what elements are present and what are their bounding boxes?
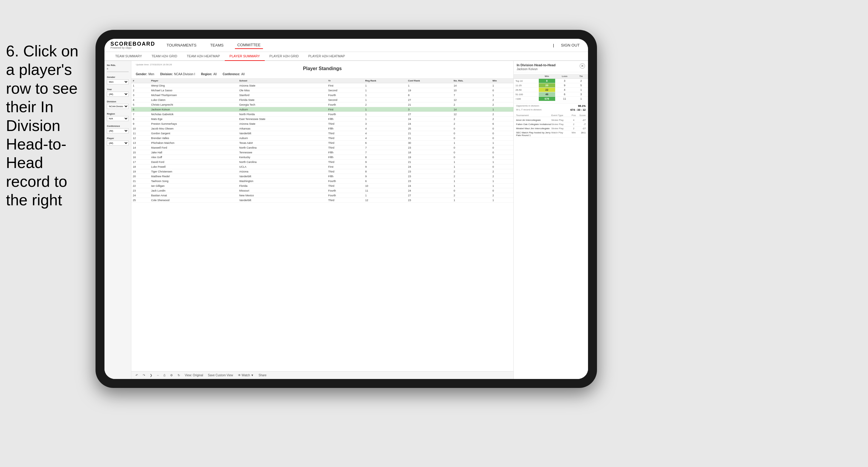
refresh-button[interactable]: ↻ <box>177 373 181 377</box>
table-row[interactable]: 4 Luke Claton Florida State Second 1 27 … <box>131 98 514 102</box>
sidebar-region-select[interactable]: N/A <box>107 116 129 121</box>
sidebar-player-select[interactable]: (All) <box>107 141 129 146</box>
table-row[interactable]: 20 Matthew Riedel Vanderbilt Fifth 9 23 … <box>131 174 514 179</box>
cell-school: Auburn <box>238 136 327 141</box>
sub-nav-player-h2h-heatmap[interactable]: PLAYER H2H HEATMAP <box>304 52 350 61</box>
h2h-stats: Opponents in division: 98.1% W-L-T recor… <box>514 103 588 114</box>
sidebar-gender: Gender Men <box>107 76 129 85</box>
cell-school: Arizona <box>238 169 327 174</box>
cell-rank: 6 <box>131 107 150 112</box>
cell-player: Michael La Sasso <box>150 88 238 93</box>
table-row[interactable]: 22 Ian Gilligan Florida Third 10 24 1 1 <box>131 184 514 188</box>
table-row[interactable]: 10 Jacob Mou Olesen Arkansas Fifth 4 25 … <box>131 126 514 131</box>
table-row[interactable]: 2 Michael La Sasso Ole Miss Second 1 19 … <box>131 88 514 93</box>
copy-button[interactable]: ⎓ <box>156 373 160 377</box>
save-custom-button[interactable]: Save Custom View <box>207 373 234 377</box>
h2h-range-label: 11-25 <box>514 83 539 88</box>
table-row[interactable]: 25 Cole Sherwood Vanderbilt Third 12 23 … <box>131 198 514 203</box>
table-row[interactable]: 7 Nicholas Gabrelcik North Florida Fourt… <box>131 112 514 117</box>
rounds-slider[interactable] <box>107 71 129 72</box>
filter-region: Region: All <box>201 72 217 76</box>
cell-win: 1 <box>491 93 514 98</box>
table-row[interactable]: 3 Michael Thorbjornsen Stanford Fourth 1… <box>131 93 514 98</box>
watch-button[interactable]: 👁 Watch ▼ <box>237 373 255 377</box>
cell-conf-rank: 23 <box>407 145 452 150</box>
sign-out-button[interactable]: Sign out <box>558 42 582 49</box>
cell-player: Ian Gilligan <box>150 184 238 188</box>
sidebar-conference-select[interactable]: (All) <box>107 128 129 133</box>
table-row[interactable]: 12 Brendan Valles Auburn Third 4 21 0 0 <box>131 136 514 141</box>
table-row[interactable]: 15 Jake Hall Tennessee Fifth 7 18 0 0 <box>131 150 514 155</box>
cell-school: Texas A&M <box>238 141 327 145</box>
table-row[interactable]: 23 Jack Lundin Missouri Fourth 11 24 0 0 <box>131 188 514 193</box>
cell-rds: 1 <box>452 160 491 164</box>
table-row[interactable]: 6 Jackson Koivun Auburn First 1 3 14 1 <box>131 107 514 112</box>
sub-nav-player-summary[interactable]: PLAYER SUMMARY <box>225 52 265 61</box>
h2h-col-win: Win <box>539 74 555 79</box>
nav-tournaments[interactable]: TOURNAMENTS <box>164 42 199 49</box>
h2h-col-loss: Loss <box>555 74 574 79</box>
table-row[interactable]: 19 Tiger Christensen Arizona Third 8 23 … <box>131 169 514 174</box>
table-row[interactable]: 24 Bastian Amat New Mexico Fourth 1 27 2… <box>131 193 514 198</box>
center-area: Update time: 27/03/2024 16:56:26 Player … <box>131 61 514 379</box>
cell-rds: 1 <box>452 198 491 203</box>
h2h-grid-row: 51-100 46 6 3 <box>514 92 588 97</box>
sub-nav-team-summary[interactable]: TEAM SUMMARY <box>111 52 147 61</box>
share-button[interactable]: Share <box>257 373 268 377</box>
settings-button[interactable]: ⚙ <box>169 373 174 377</box>
table-row[interactable]: 18 Luke Powell UCLA First 9 24 1 0 <box>131 164 514 169</box>
table-row[interactable]: 14 Maxwell Ford North Carolina Third 7 2… <box>131 145 514 150</box>
h2h-close-button[interactable]: ✕ <box>580 63 585 69</box>
cell-conf-rank: 21 <box>407 131 452 136</box>
redo-button[interactable]: ↷ <box>142 373 146 377</box>
sidebar-division-select[interactable]: NCAA Division I <box>107 104 129 109</box>
nav-committee[interactable]: COMMITTEE <box>235 41 263 49</box>
sidebar-division: Division NCAA Division I <box>107 100 129 109</box>
filter-gender: Gender: Men <box>136 72 154 76</box>
nav-teams[interactable]: TEAMS <box>208 42 226 49</box>
sidebar-year-select[interactable]: (All) <box>107 92 129 97</box>
undo-button[interactable]: ↶ <box>134 373 139 377</box>
table-row[interactable]: 11 Gordon Sargent Vanderbilt Third 4 21 … <box>131 131 514 136</box>
logo: SCOREBOARD Powered by clippi <box>111 41 155 49</box>
table-row[interactable]: 1 Wenyi Ding Arizona State First 1 1 14 … <box>131 83 514 88</box>
tournament-type: Stroke Play <box>551 123 571 126</box>
cell-player: Wenyi Ding <box>150 83 238 88</box>
cell-rank: 19 <box>131 169 150 174</box>
cell-conf-rank: 19 <box>407 155 452 160</box>
cell-rds: 1 <box>452 141 491 145</box>
tournament-pos: 2 <box>571 127 577 130</box>
cell-yr: Fifth <box>327 150 364 155</box>
cell-rds: 0 <box>452 150 491 155</box>
table-row[interactable]: 17 David Ford North Carolina Third 9 21 … <box>131 160 514 164</box>
cell-rds: 0 <box>452 126 491 131</box>
cell-yr: Third <box>327 184 364 188</box>
cell-yr: Third <box>327 141 364 145</box>
table-row[interactable]: 16 Alex Goff Kentucky Fifth 8 19 0 0 <box>131 155 514 160</box>
sub-nav-team-h2h-heatmap[interactable]: TEAM H2H HEATMAP <box>182 52 225 61</box>
cell-rank: 12 <box>131 136 150 141</box>
cell-conf-rank: 18 <box>407 150 452 155</box>
table-row[interactable]: 8 Mats Ege East Tennessee State Fifth 1 … <box>131 117 514 121</box>
col-rank: # <box>131 79 150 83</box>
tournament-score: -7 <box>577 123 586 126</box>
player-table: # Player School Yr Reg Rank Conf Rank No… <box>131 79 514 371</box>
table-row[interactable]: 9 Preston Summerhays Arizona State Third… <box>131 121 514 126</box>
table-row[interactable]: 13 Phichaksn Maichon Texas A&M Third 6 3… <box>131 141 514 145</box>
sub-nav-player-h2h-grid[interactable]: PLAYER H2H GRID <box>265 52 304 61</box>
cell-rds: 1 <box>452 184 491 188</box>
table-row[interactable]: 5 Christo Lamprecht Georgia Tech Fourth … <box>131 102 514 107</box>
sidebar-region-label: Region <box>107 113 129 115</box>
forward-button[interactable]: ❯ <box>149 373 153 377</box>
paste-button[interactable]: ⎙ <box>162 373 166 377</box>
sub-nav-team-h2h-grid[interactable]: TEAM H2H GRID <box>147 52 182 61</box>
cell-win: 2 <box>491 169 514 174</box>
view-original-button[interactable]: View: Original <box>184 373 205 377</box>
cell-win: 2 <box>491 98 514 102</box>
table-row[interactable]: 21 Taehoon Song Washington Fourth 6 23 1… <box>131 179 514 184</box>
cell-rds: 1 <box>452 179 491 184</box>
col-school: School <box>238 79 327 83</box>
cell-player: Jake Hall <box>150 150 238 155</box>
cell-rank: 2 <box>131 88 150 93</box>
sidebar-gender-select[interactable]: Men <box>107 80 129 85</box>
